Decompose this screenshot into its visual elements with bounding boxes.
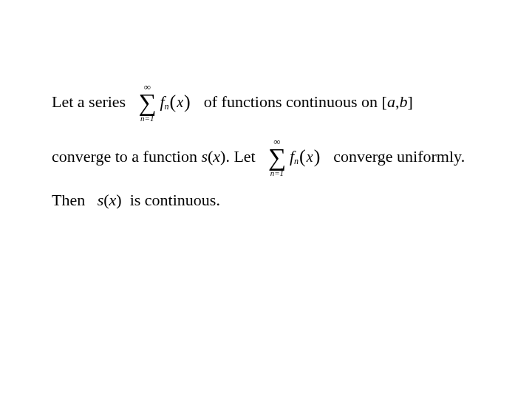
line-2: converge to a function s (x). Let ∞ ∑ n=… (52, 136, 488, 177)
sigma-icon: ∑ (268, 145, 286, 170)
func-s: s (201, 147, 208, 166)
sigma-stack: ∞ ∑ n=1 (268, 137, 286, 177)
summation-symbol: ∞ ∑ n=1 fn (x) (268, 136, 321, 177)
sum-lower: n=1 (140, 115, 154, 123)
text: ). Let (220, 147, 264, 166)
sub-n: n (165, 101, 169, 112)
sub-n: n (294, 156, 299, 166)
text: converge to a function (52, 147, 201, 166)
bracket: ] (407, 92, 412, 112)
line-3: Then s (x) is continuous. (52, 191, 488, 210)
sum-lower: n=1 (270, 169, 284, 177)
text: Then (52, 191, 98, 210)
sum-term: fn (x) (290, 145, 321, 168)
lparen: ( (169, 90, 177, 113)
lparen: ( (103, 191, 109, 210)
var-b: b (399, 92, 407, 112)
var-x: x (177, 93, 183, 111)
text: ) is continuous. (116, 191, 220, 210)
line-1: Let a series ∞ ∑ n=1 fn (x) of functions… (52, 81, 488, 123)
text: Let a series (52, 92, 134, 112)
text: converge uniformly. (325, 147, 465, 166)
func-s: s (98, 191, 104, 210)
var-x: x (109, 191, 117, 210)
slide-page: Let a series ∞ ∑ n=1 fn (x) of functions… (0, 0, 532, 399)
sum-term: fn (x) (160, 90, 191, 113)
rparen: ) (183, 90, 191, 113)
sigma-stack: ∞ ∑ n=1 (138, 82, 156, 123)
summation-symbol: ∞ ∑ n=1 fn (x) (138, 81, 191, 123)
var-x: x (307, 148, 313, 166)
text: of functions continuous on [ (196, 92, 387, 112)
var-x: x (213, 147, 220, 166)
var-a: a (387, 92, 395, 112)
lparen: ( (299, 145, 307, 168)
rparen: ) (313, 145, 321, 168)
sigma-icon: ∑ (138, 90, 156, 115)
